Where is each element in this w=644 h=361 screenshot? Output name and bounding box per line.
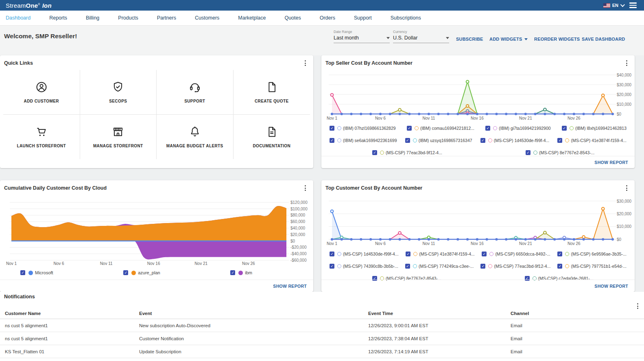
checkbox-checked-icon[interactable]: ✓ (330, 252, 334, 256)
checkbox-checked-icon[interactable]: ✓ (20, 270, 25, 275)
legend-item[interactable]: ✓(MS-CSP) 797751b1-e54d-... (557, 264, 627, 269)
legend-item[interactable]: ✓(MS-CSP) 1d4530de-f99f-4... (330, 252, 399, 256)
quick-link-manage-budget-alerts[interactable]: MANAGE BUDGET ALERTS (157, 115, 234, 160)
legend-item[interactable]: ✓(MS-CSP) 41e3874f-f159-4... (557, 138, 627, 143)
checkbox-checked-icon[interactable]: ✓ (372, 150, 377, 155)
nav-tab-subscriptions[interactable]: Subscriptions (391, 15, 421, 21)
quick-link-manage-storefront[interactable]: MANAGE STOREFRONT (80, 115, 157, 160)
legend-item[interactable]: ✓Microsoft (20, 270, 53, 275)
checkbox-checked-icon[interactable]: ✓ (557, 264, 562, 269)
checkbox-checked-icon[interactable]: ✓ (405, 264, 410, 269)
nav-tab-partners[interactable]: Partners (157, 15, 176, 21)
save-dashboard-button[interactable]: SAVE DASHBOARD (582, 37, 625, 42)
checkbox-checked-icon[interactable]: ✓ (480, 138, 485, 143)
table-row[interactable]: ns cust 5 alignment1Customer Notificatio… (0, 332, 644, 345)
widget-menu-kebab-icon[interactable] (304, 184, 307, 192)
svg-text:-$60,000: -$60,000 (290, 258, 307, 263)
nav-tab-customers[interactable]: Customers (195, 15, 219, 21)
checkbox-checked-icon[interactable]: ✓ (562, 126, 567, 131)
quick-link-label: DOCUMENTATION (253, 144, 290, 148)
checkbox-checked-icon[interactable]: ✓ (407, 126, 412, 131)
table-row[interactable]: ns cust 5 alignment1New subscription Aut… (0, 319, 644, 332)
svg-text:$10,000: $10,000 (617, 102, 632, 107)
nav-tab-dashboard[interactable]: Dashboard (6, 15, 31, 21)
table-row[interactable]: KS Test_Flatten 01Update Subscription12/… (0, 345, 644, 358)
nav-tab-orders[interactable]: Orders (320, 15, 335, 21)
checkbox-checked-icon[interactable]: ✓ (406, 252, 410, 256)
notifications-section: Notifications Customer NameEventEvent Ti… (0, 292, 644, 361)
legend-item[interactable]: ✓(MS-CSP) 6e9596ae-3b35-... (557, 252, 627, 256)
date-range-select[interactable]: Date Range Last month (334, 30, 390, 43)
quick-link-create-quote[interactable]: CREATE QUOTE (234, 70, 310, 115)
legend-item[interactable]: ✓(MS-CSP) 41e3874f-f159-4... (406, 252, 475, 256)
create-quote-icon (265, 81, 278, 94)
svg-text:Nov 16: Nov 16 (471, 241, 484, 246)
legend-item[interactable]: ✓(IBM) se6ak1699422361699 (330, 138, 397, 143)
checkbox-checked-icon[interactable]: ✓ (330, 126, 334, 131)
legend-item[interactable]: ✓(IBM) 07hzl1698661362829 (330, 126, 396, 131)
quick-link-documentation[interactable]: DOCUMENTATION (234, 115, 310, 160)
nav-tab-products[interactable]: Products (118, 15, 138, 21)
widget-menu-kebab-icon[interactable] (625, 59, 628, 67)
legend-item[interactable]: ✓(MS-CSP) 8e7767e2-8543-... (526, 150, 595, 155)
language-label: EN (612, 3, 618, 8)
checkbox-checked-icon[interactable]: ✓ (405, 138, 410, 143)
legend-item[interactable]: ✓(IBM) uzsyq1698657316347 (405, 138, 472, 143)
main-nav: DashboardReportsBillingProductsPartnersC… (0, 11, 644, 26)
svg-text:$40,000: $40,000 (290, 226, 306, 230)
checkbox-checked-icon[interactable]: ✓ (330, 264, 334, 269)
svg-text:Nov 16: Nov 16 (147, 261, 160, 266)
svg-text:Nov 1: Nov 1 (327, 116, 338, 120)
series-color-ring-icon (337, 138, 341, 142)
widget-menu-kebab-icon[interactable] (625, 184, 628, 192)
widget-menu-kebab-icon[interactable] (304, 59, 307, 67)
nav-tab-marketplace[interactable]: Marketplace (238, 15, 266, 21)
quick-links-widget: Quick Links ADD CUSTOMERSECOPSSUPPORTCRE… (0, 55, 313, 168)
checkbox-checked-icon[interactable]: ✓ (230, 270, 235, 275)
quick-link-support[interactable]: SUPPORT (157, 70, 234, 115)
legend-item[interactable]: ✓(IBM) gi7ta1699421992900 (485, 126, 550, 131)
nav-tab-support[interactable]: Support (354, 15, 372, 21)
checkbox-checked-icon[interactable]: ✓ (123, 270, 128, 275)
dashboard-page: StreamOne®Ion EN DashboardReportsBilling… (0, 0, 644, 361)
legend-item[interactable]: ✓azure_plan (123, 270, 160, 275)
checkbox-checked-icon[interactable]: ✓ (557, 252, 562, 256)
legend-label: (MS-CSP) 74390c8b-3b5b-... (343, 264, 398, 269)
checkbox-checked-icon[interactable]: ✓ (480, 264, 485, 269)
legend-item[interactable]: ✓(IBM) l8xhj1699421462813 (562, 126, 627, 131)
svg-text:-$20,000: -$20,000 (290, 245, 307, 249)
quick-link-add-customer[interactable]: ADD CUSTOMER (3, 70, 80, 115)
legend-item[interactable]: ✓ibm (230, 270, 252, 275)
legend-item[interactable]: ✓(IBM) comau16994221812... (407, 126, 474, 131)
legend-item[interactable]: ✓(MS-CSP) 1d4530de-f99f-4... (480, 138, 550, 143)
currency-select[interactable]: Currency U.S. Dollar (393, 30, 449, 43)
hamburger-menu-icon[interactable] (629, 2, 637, 8)
svg-text:$0: $0 (290, 239, 295, 243)
svg-text:Nov 6: Nov 6 (375, 116, 386, 120)
svg-text:Nov 1: Nov 1 (6, 261, 17, 266)
nav-tab-quotes[interactable]: Quotes (284, 15, 301, 21)
quick-link-launch-storefront[interactable]: LAUNCH STOREFRONT (3, 115, 80, 160)
quick-link-secops[interactable]: SECOPS (80, 70, 157, 115)
add-widgets-button[interactable]: ADD WIDGETS (489, 37, 528, 42)
subscribe-button[interactable]: SUBSCRIBE (456, 37, 483, 42)
legend-item[interactable]: ✓(MS-CSP) 6650dcca-8492-... (482, 252, 550, 256)
show-report-link[interactable]: SHOW REPORT (321, 156, 635, 168)
checkbox-checked-icon[interactable]: ✓ (557, 138, 562, 143)
checkbox-checked-icon[interactable]: ✓ (526, 150, 530, 155)
checkbox-checked-icon[interactable]: ✓ (485, 126, 490, 131)
reorder-widgets-button[interactable]: REORDER WIDGETS (534, 37, 580, 42)
nav-tab-reports[interactable]: Reports (49, 15, 67, 21)
show-report-link[interactable]: SHOW REPORT (321, 280, 635, 292)
nav-tab-billing[interactable]: Billing (86, 15, 99, 21)
legend-label: azure_plan (138, 270, 160, 275)
legend-item[interactable]: ✓(MS-CSP) 77eac3bd-9f12-4... (480, 264, 550, 269)
legend-item[interactable]: ✓(MS-CSP) 774249ca-c3ee-... (405, 264, 474, 269)
legend-item[interactable]: ✓(MS-CSP) 74390c8b-3b5b-... (330, 264, 398, 269)
table-cell: ns cust 5 alignment1 (0, 336, 134, 341)
checkbox-checked-icon[interactable]: ✓ (330, 138, 334, 143)
checkbox-checked-icon[interactable]: ✓ (482, 252, 487, 256)
legend-item[interactable]: ✓(MS-CSP) 77eac3bd-9f12-4... (372, 150, 442, 155)
language-selector[interactable]: EN (603, 3, 624, 8)
show-report-link[interactable]: SHOW REPORT (0, 280, 313, 292)
